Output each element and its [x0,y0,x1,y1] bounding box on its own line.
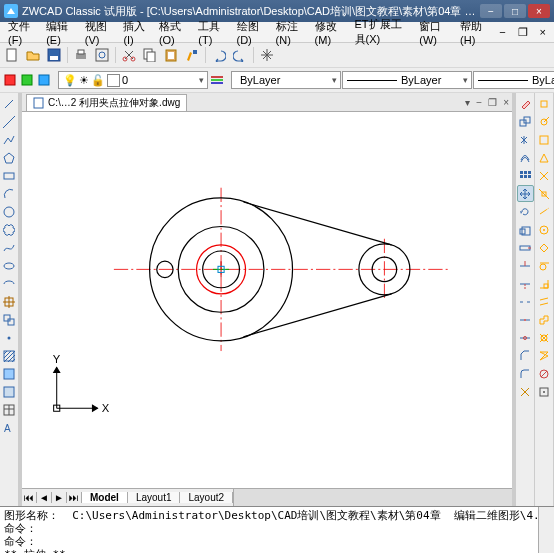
circle-tool[interactable] [1,203,18,220]
menu-9[interactable]: ET扩展工具(X) [349,15,414,49]
snap-ext-tool[interactable] [536,203,553,220]
rotate-tool[interactable] [517,203,534,220]
doc-min-button[interactable]: − [473,97,485,108]
snap-node-tool[interactable] [536,329,553,346]
menu-11[interactable]: 帮助(H) [454,17,493,48]
menu-8[interactable]: 修改(M) [309,17,349,48]
tab-layout2[interactable]: Layout2 [180,492,233,503]
snap-tan-tool[interactable] [536,257,553,274]
doc-close-button[interactable]: × [500,97,512,108]
explode-tool[interactable] [517,383,534,400]
mdi-btn-2[interactable]: × [534,24,552,40]
snap-qua-tool[interactable] [536,239,553,256]
array-tool[interactable] [517,167,534,184]
print-button[interactable] [71,45,91,65]
layer0-button[interactable] [2,70,18,90]
layer-combo[interactable]: 💡 ☀ 🔓 0 [58,71,208,89]
spline-tool[interactable] [1,239,18,256]
cut-button[interactable] [119,45,139,65]
extend-tool[interactable] [517,275,534,292]
gradient-tool[interactable] [1,365,18,382]
redo-button[interactable] [230,45,250,65]
copy-button[interactable] [140,45,160,65]
ellipse-arc-tool[interactable] [1,275,18,292]
layer-props-button[interactable] [209,70,225,90]
polygon-tool[interactable] [1,149,18,166]
maximize-button[interactable]: □ [504,4,526,18]
layer1-button[interactable] [19,70,35,90]
scale-tool[interactable] [517,221,534,238]
save-button[interactable] [44,45,64,65]
snap-near-tool[interactable] [536,347,553,364]
break2-tool[interactable] [517,311,534,328]
open-button[interactable] [23,45,43,65]
break-tool[interactable] [517,293,534,310]
snap-temp-tool[interactable] [536,95,553,112]
doc-restore-button[interactable]: ❐ [485,97,500,108]
undo-button[interactable] [209,45,229,65]
menu-5[interactable]: 工具(T) [192,17,230,48]
revcloud-tool[interactable] [1,221,18,238]
trim-tool[interactable] [517,257,534,274]
point-tool[interactable] [1,329,18,346]
color-combo[interactable]: ByLayer [231,71,341,89]
xline-tool[interactable] [1,113,18,130]
drawing-canvas[interactable]: X Y [22,112,512,488]
match-button[interactable] [182,45,202,65]
snap-appint-tool[interactable] [536,185,553,202]
move-tool[interactable] [517,185,534,202]
ellipse-tool[interactable] [1,257,18,274]
snap-mid-tool[interactable] [536,149,553,166]
pan-button[interactable] [257,45,277,65]
offset-tool[interactable] [517,149,534,166]
tab-model[interactable]: Model [82,492,128,503]
tab-layout1[interactable]: Layout1 [128,492,181,503]
hatch-tool[interactable] [1,347,18,364]
stretch-tool[interactable] [517,239,534,256]
snap-int-tool[interactable] [536,167,553,184]
menu-6[interactable]: 绘图(D) [231,17,270,48]
snap-end-tool[interactable] [536,131,553,148]
menu-7[interactable]: 标注(N) [270,17,309,48]
mdi-btn-1[interactable]: ❐ [512,24,534,41]
new-button[interactable] [2,45,22,65]
chamfer-tool[interactable] [517,347,534,364]
command-history[interactable]: 图形名称： C:\Users\Administrator\Desktop\CAD… [0,507,538,553]
menu-1[interactable]: 编辑(E) [40,17,79,48]
arc-tool[interactable] [1,185,18,202]
snap-ins-tool[interactable] [536,311,553,328]
block-tool[interactable] [1,311,18,328]
snap-from-tool[interactable] [536,113,553,130]
linetype-combo[interactable]: ByLayer [342,71,472,89]
menu-4[interactable]: 格式(O) [153,17,192,48]
join-tool[interactable] [517,329,534,346]
preview-button[interactable] [92,45,112,65]
menu-3[interactable]: 插入(I) [117,17,153,48]
layer2-button[interactable] [36,70,52,90]
pline-tool[interactable] [1,131,18,148]
tab-nav[interactable]: ⏮◄►⏭ [22,492,82,503]
snap-cen-tool[interactable] [536,221,553,238]
snap-par-tool[interactable] [536,293,553,310]
fillet-tool[interactable] [517,365,534,382]
menu-0[interactable]: 文件(F) [2,17,40,48]
mdi-btn-0[interactable]: − [493,24,511,40]
mtext-tool[interactable]: A [1,419,18,436]
snap-per-tool[interactable] [536,275,553,292]
snap-none-tool[interactable] [536,365,553,382]
close-button[interactable]: × [528,4,550,18]
menu-2[interactable]: 视图(V) [79,17,118,48]
snap-settings-tool[interactable] [536,383,553,400]
lineweight-combo[interactable]: ByLayer [473,71,554,89]
rect-tool[interactable] [1,167,18,184]
erase-tool[interactable] [517,95,534,112]
tab-list-button[interactable]: ▾ [462,97,473,108]
active-doc-tab[interactable]: C:\…2 利用夹点拉伸对象.dwg [26,94,187,111]
insert-tool[interactable] [1,293,18,310]
table-tool[interactable] [1,401,18,418]
command-scrollbar[interactable] [538,507,554,553]
copy-tool[interactable] [517,113,534,130]
region-tool[interactable] [1,383,18,400]
menu-10[interactable]: 窗口(W) [413,17,454,48]
paste-button[interactable] [161,45,181,65]
